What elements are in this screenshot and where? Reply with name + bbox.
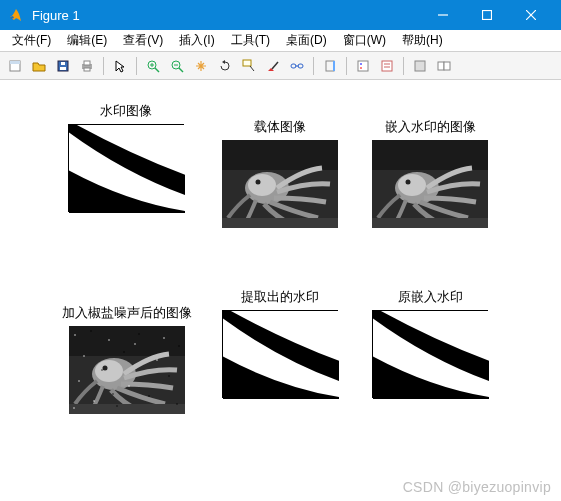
titlebar: Figure 1 bbox=[0, 0, 561, 30]
menu-file[interactable]: 文件(F) bbox=[4, 30, 59, 51]
open-icon[interactable] bbox=[28, 55, 50, 77]
hide-tools-icon[interactable] bbox=[409, 55, 431, 77]
new-figure-icon[interactable] bbox=[4, 55, 26, 77]
svg-line-21 bbox=[272, 62, 278, 69]
subplot-watermark: 水印图像 bbox=[68, 102, 184, 216]
link-icon[interactable] bbox=[286, 55, 308, 77]
toolbar bbox=[0, 52, 561, 80]
subplot-title: 载体图像 bbox=[222, 118, 338, 136]
menubar: 文件(F) 编辑(E) 查看(V) 插入(I) 工具(T) 桌面(D) 窗口(W… bbox=[0, 30, 561, 52]
rotate-icon[interactable] bbox=[214, 55, 236, 77]
datacursor-icon[interactable] bbox=[238, 55, 260, 77]
window-title: Figure 1 bbox=[32, 8, 421, 23]
image-embedded bbox=[372, 140, 488, 228]
menu-window[interactable]: 窗口(W) bbox=[335, 30, 394, 51]
separator bbox=[136, 57, 137, 75]
colorbar-icon[interactable] bbox=[319, 55, 341, 77]
close-button[interactable] bbox=[509, 0, 553, 30]
svg-rect-7 bbox=[60, 67, 66, 70]
separator bbox=[403, 57, 404, 75]
subplot-original-wm: 原嵌入水印 bbox=[372, 288, 488, 402]
subplot-title: 提取出的水印 bbox=[222, 288, 338, 306]
pan-icon[interactable] bbox=[190, 55, 212, 77]
separator bbox=[346, 57, 347, 75]
subplot-title: 加入椒盐噪声后的图像 bbox=[52, 304, 202, 322]
separator bbox=[103, 57, 104, 75]
subplot-title: 水印图像 bbox=[68, 102, 184, 120]
svg-rect-27 bbox=[358, 61, 368, 71]
matlab-icon bbox=[8, 7, 24, 23]
pointer-icon[interactable] bbox=[109, 55, 131, 77]
svg-rect-35 bbox=[444, 62, 450, 70]
svg-rect-33 bbox=[415, 61, 425, 71]
svg-rect-8 bbox=[61, 62, 65, 65]
svg-rect-19 bbox=[243, 60, 251, 66]
svg-rect-26 bbox=[333, 61, 335, 71]
subplot-embedded: 嵌入水印的图像 bbox=[372, 118, 488, 231]
svg-rect-10 bbox=[84, 61, 90, 65]
image-original-wm bbox=[372, 310, 488, 398]
minimize-button[interactable] bbox=[421, 0, 465, 30]
subplot-title: 嵌入水印的图像 bbox=[372, 118, 488, 136]
image-host bbox=[222, 140, 338, 228]
menu-edit[interactable]: 编辑(E) bbox=[59, 30, 115, 51]
legend-icon[interactable] bbox=[352, 55, 374, 77]
svg-rect-34 bbox=[438, 62, 444, 70]
svg-line-17 bbox=[179, 68, 183, 72]
svg-rect-11 bbox=[84, 68, 90, 71]
zoom-in-icon[interactable] bbox=[142, 55, 164, 77]
svg-line-20 bbox=[250, 66, 254, 71]
svg-rect-1 bbox=[483, 11, 492, 20]
zoom-out-icon[interactable] bbox=[166, 55, 188, 77]
image-noisy bbox=[69, 326, 185, 414]
maximize-button[interactable] bbox=[465, 0, 509, 30]
csdn-watermark: CSDN @biyezuopinvip bbox=[403, 479, 551, 495]
svg-rect-25 bbox=[326, 61, 334, 71]
image-extracted bbox=[222, 310, 338, 398]
menu-tools[interactable]: 工具(T) bbox=[223, 30, 278, 51]
image-watermark bbox=[68, 124, 184, 212]
svg-rect-30 bbox=[382, 61, 392, 71]
subplot-extracted: 提取出的水印 bbox=[222, 288, 338, 402]
menu-view[interactable]: 查看(V) bbox=[115, 30, 171, 51]
figure-canvas: 水印图像 载体图像 嵌入水印的图像 加入椒盐噪声后的图像 提取出的水印 原嵌入水… bbox=[0, 80, 561, 501]
svg-rect-5 bbox=[10, 61, 20, 64]
separator bbox=[313, 57, 314, 75]
menu-desktop[interactable]: 桌面(D) bbox=[278, 30, 335, 51]
subplot-host: 载体图像 bbox=[222, 118, 338, 231]
print-icon[interactable] bbox=[76, 55, 98, 77]
save-icon[interactable] bbox=[52, 55, 74, 77]
menu-insert[interactable]: 插入(I) bbox=[171, 30, 222, 51]
subplot-title: 原嵌入水印 bbox=[372, 288, 488, 306]
dock-icon[interactable] bbox=[433, 55, 455, 77]
subplot-noisy: 加入椒盐噪声后的图像 bbox=[52, 304, 202, 417]
svg-line-13 bbox=[155, 68, 159, 72]
insert-colorbar-icon[interactable] bbox=[376, 55, 398, 77]
menu-help[interactable]: 帮助(H) bbox=[394, 30, 451, 51]
brush-icon[interactable] bbox=[262, 55, 284, 77]
